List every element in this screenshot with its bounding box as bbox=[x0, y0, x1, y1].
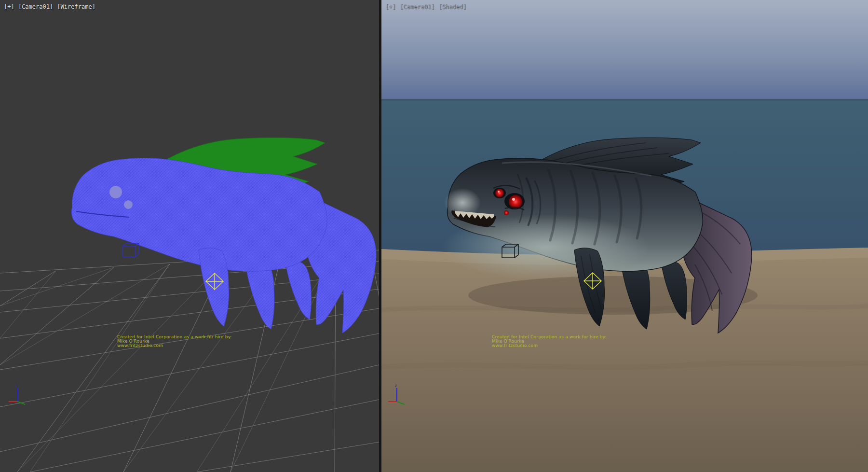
wireframe-scene[interactable] bbox=[0, 0, 379, 472]
eye-highlight-small bbox=[498, 191, 500, 193]
shaded-scene[interactable] bbox=[381, 0, 868, 472]
viewport-shading-button[interactable]: [Wireframe] bbox=[57, 3, 95, 10]
fish-eye-mid bbox=[495, 189, 504, 197]
scene-annotation: Created for Intel Corporation as a work … bbox=[492, 335, 607, 348]
viewport-camera-button[interactable]: [Camera01] bbox=[18, 3, 53, 10]
scene-annotation: Created for Intel Corporation as a work … bbox=[117, 335, 232, 348]
annotation-line: www.fritzstudio.com bbox=[117, 344, 232, 348]
viewport-label: [+] [Camera01] [Shaded] bbox=[385, 3, 467, 10]
viewport-menu-button[interactable]: [+] bbox=[4, 3, 14, 10]
fish-eye-small bbox=[504, 210, 509, 215]
dual-viewport-canvas: [+] [Camera01] [Wireframe] Created for I… bbox=[0, 0, 868, 472]
world-axis-gizmo: z bbox=[7, 382, 28, 405]
axis-z-label: z bbox=[394, 383, 397, 388]
fish-eye-large bbox=[109, 186, 122, 198]
annotation-line: www.fritzstudio.com bbox=[492, 344, 607, 348]
viewport-shaded[interactable]: [+] [Camera01] [Shaded] Created for Inte… bbox=[381, 0, 868, 472]
axis-z-label: z bbox=[15, 383, 17, 388]
viewport-shading-button[interactable]: [Shaded] bbox=[438, 3, 466, 10]
fish-eye-small bbox=[124, 200, 133, 209]
fish-eye-main bbox=[509, 195, 522, 208]
eye-highlight bbox=[512, 198, 515, 201]
world-axis-gizmo: z bbox=[386, 382, 407, 405]
dummy-box-helper[interactable] bbox=[122, 243, 139, 257]
sky bbox=[381, 0, 868, 100]
viewport-camera-button[interactable]: [Camera01] bbox=[400, 3, 434, 10]
viewport-label: [+] [Camera01] [Wireframe] bbox=[4, 3, 96, 10]
viewport-wireframe[interactable]: [+] [Camera01] [Wireframe] Created for I… bbox=[0, 0, 379, 472]
fish-model[interactable] bbox=[64, 125, 379, 347]
viewport-menu-button[interactable]: [+] bbox=[385, 3, 396, 10]
